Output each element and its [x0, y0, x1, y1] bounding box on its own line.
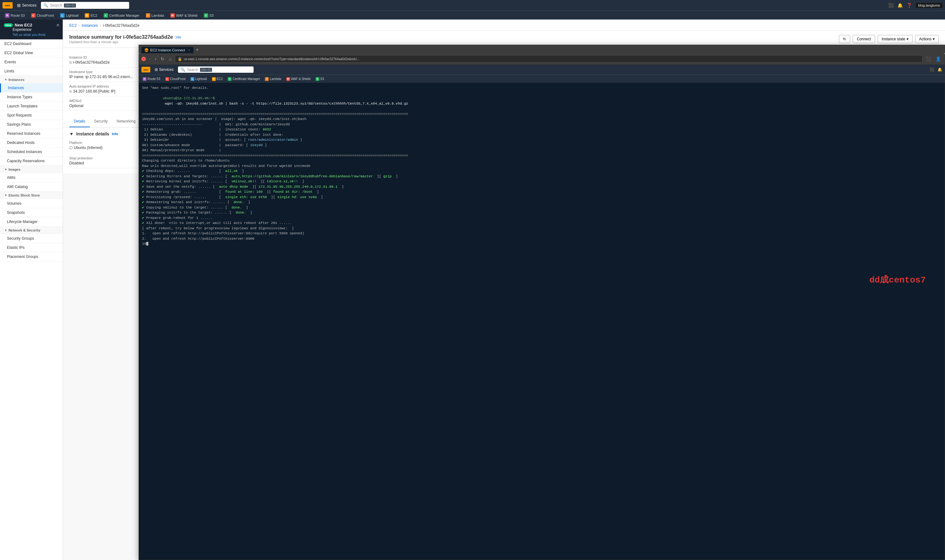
terminal-bm-cloudfront[interactable]: C CloudFront: [163, 77, 188, 81]
terminal-line-check6: ✔ Provisioning /preseed: ...... [ single…: [142, 195, 942, 200]
instance-info-link[interactable]: Info: [175, 35, 181, 39]
sidebar-item-ami-catalog[interactable]: AMI Catalog: [0, 182, 63, 191]
bookmark-route53[interactable]: R Route 53: [3, 12, 28, 18]
connect-button[interactable]: Connect: [853, 35, 875, 43]
terminal-search-bar[interactable]: 🔍 Search [Alt+S]: [178, 66, 254, 73]
actions-button[interactable]: Actions ▾: [915, 35, 939, 43]
terminal-home-icon[interactable]: ⌂: [168, 56, 172, 62]
sidebar-item-volumes[interactable]: Volumes: [0, 199, 63, 208]
details-info-link[interactable]: Info: [112, 132, 118, 136]
bell-icon[interactable]: 🔔: [897, 3, 903, 8]
terminal-window-close[interactable]: ×: [142, 57, 146, 61]
terminal-bm-waf[interactable]: W WAF & Shield: [285, 77, 312, 81]
terminal-waf-icon: W: [286, 77, 290, 81]
terminal-search-icon: 🔍: [180, 68, 185, 72]
terminal-line-3: 3) Debian10r | account: [ root/administr…: [142, 137, 942, 143]
sidebar-item-events[interactable]: Events: [0, 58, 63, 67]
services-button[interactable]: ⊞ Services: [15, 2, 38, 9]
bookmark-lightsail[interactable]: L Lightsail: [58, 12, 81, 18]
feedback-link[interactable]: Tell us what you think: [12, 33, 46, 37]
tab-networking[interactable]: Networking: [112, 116, 140, 127]
tab-security[interactable]: Security: [90, 116, 112, 127]
close-sidebar-button[interactable]: ×: [56, 22, 60, 29]
refresh-button[interactable]: ↻: [839, 35, 850, 43]
bookmark-s3[interactable]: S S3: [201, 12, 216, 18]
content-area: EC2 › Instances › i-0fe5ac32764aa5d2e In…: [63, 20, 945, 560]
main-layout: New New EC2 Experience Tell us what you …: [0, 20, 945, 560]
breadcrumb-instances[interactable]: Instances: [82, 23, 98, 28]
breadcrumb-instance-id: i-0fe5ac32764aa5d2e: [103, 23, 140, 28]
sidebar-item-placement-groups[interactable]: Placement Groups: [0, 252, 63, 262]
terminal-screen-icon[interactable]: ⬛: [930, 68, 934, 72]
terminal-s3-icon: S: [316, 77, 319, 81]
sidebar-item-lifecycle-manager[interactable]: Lifecycle Manager: [0, 217, 63, 226]
certmgr-icon: C: [104, 13, 108, 18]
global-search-bar[interactable]: 🔍 Search [Alt+S]: [41, 2, 129, 9]
terminal-active-tab[interactable]: aws EC2 Instance Connect ×: [142, 47, 193, 53]
sidebar-header: New New EC2 Experience Tell us what you …: [0, 20, 63, 39]
terminal-forward-icon[interactable]: ›: [154, 56, 158, 62]
terminal-profile-icon[interactable]: 👤: [934, 56, 942, 62]
sidebar-item-instance-types[interactable]: Instance Types: [0, 92, 63, 102]
terminal-line-hash2: ########################################…: [142, 153, 942, 158]
terminal-bell-icon[interactable]: 🔔: [937, 68, 942, 72]
terminal-bm-route53[interactable]: R Route 53: [141, 77, 162, 81]
search-icon: 🔍: [43, 3, 48, 8]
sidebar-item-elastic-ips[interactable]: Elastic IPs: [0, 243, 63, 252]
help-icon[interactable]: ❓: [907, 3, 912, 8]
copy-ip-icon[interactable]: ⧉: [69, 89, 72, 94]
bookmark-certmgr[interactable]: C Certificate Manager: [101, 12, 142, 18]
terminal-services-button[interactable]: ⊞ Services: [153, 67, 175, 72]
terminal-bm-ec2[interactable]: E EC2: [210, 77, 225, 81]
bookmark-waf[interactable]: W WAF & Shield: [168, 12, 200, 18]
terminal-line-raw: Raw urls detected,will override autotarg…: [142, 163, 942, 169]
terminal-bm-s3[interactable]: S S3: [314, 77, 326, 81]
terminal-back-icon[interactable]: ‹: [148, 56, 152, 62]
sidebar-item-instances[interactable]: Instances: [0, 83, 63, 92]
sidebar-item-reserved-instances[interactable]: Reserved Instances: [0, 129, 63, 138]
terminal-bm-certmgr[interactable]: C Certificate Manager: [226, 77, 262, 81]
terminal-extensions-icon[interactable]: ⬛: [925, 56, 933, 62]
terminal-close-tab[interactable]: ×: [188, 48, 190, 52]
sidebar-item-launch-templates[interactable]: Launch Templates: [0, 102, 63, 111]
bookmark-ec2[interactable]: E EC2: [82, 12, 100, 18]
sidebar-item-global-view[interactable]: EC2 Global View: [0, 49, 63, 58]
sidebar-item-snapshots[interactable]: Snapshots: [0, 208, 63, 217]
sidebar-item-savings-plans[interactable]: Savings Plans: [0, 120, 63, 129]
terminal-line-98: 98) Custom/advance mode | password: [ 1k…: [142, 143, 942, 148]
bookmark-cloudfront[interactable]: C CloudFront: [29, 12, 56, 18]
waf-icon: W: [171, 13, 175, 18]
sidebar-item-scheduled-instances[interactable]: Scheduled Instances: [0, 148, 63, 157]
sidebar-item-security-groups[interactable]: Security Groups: [0, 234, 63, 243]
chevron-down-icon: ▾: [907, 37, 908, 41]
nav-icons: ⬛ 🔔 ❓ blog.tanglume: [888, 3, 942, 8]
sidebar-section-ebs[interactable]: ▼ Elastic Block Store: [0, 191, 63, 199]
terminal-new-tab-button[interactable]: +: [194, 46, 201, 53]
sidebar-section-instances[interactable]: ▼ Instances: [0, 76, 63, 83]
sidebar-item-dashboard[interactable]: EC2 Dashboard: [0, 39, 63, 49]
sidebar-item-limits[interactable]: Limits: [0, 67, 63, 76]
images-arrow-icon: ▼: [5, 168, 7, 171]
screen-icon[interactable]: ⬛: [888, 3, 894, 8]
terminal-reload-icon[interactable]: ↻: [159, 56, 166, 62]
sidebar-item-amis[interactable]: AMIs: [0, 173, 63, 182]
terminal-bookmarks: R Route 53 C CloudFront L Lightsail E EC…: [139, 75, 945, 83]
terminal-line-check11: ✔ All done! ctlc to interrupt,or wait ti…: [142, 220, 942, 226]
sidebar-item-dedicated-hosts[interactable]: Dedicated Hosts: [0, 138, 63, 148]
sidebar-section-images[interactable]: ▼ Images: [0, 166, 63, 173]
terminal-inner-nav: aws ⊞ Services 🔍 Search [Alt+S] ⬛ 🔔: [139, 65, 945, 75]
terminal-browser-bar: × ‹ › ↻ ⌂ 🔒 us-east-1.console.aws.amazon…: [139, 53, 945, 65]
sidebar-item-spot-requests[interactable]: Spot Requests: [0, 111, 63, 120]
terminal-bm-lambda[interactable]: λ Lambda: [263, 77, 283, 81]
sidebar-section-network-security[interactable]: ▼ Network & Security: [0, 226, 63, 234]
instance-state-button[interactable]: Instance state ▾: [877, 35, 913, 43]
terminal-watermark: dd成centos7: [870, 274, 926, 287]
bookmark-lambda[interactable]: λ Lambda: [143, 12, 167, 18]
sidebar-item-capacity-reservations[interactable]: Capacity Reservations: [0, 157, 63, 166]
copy-id-icon[interactable]: ⧉: [69, 60, 72, 65]
terminal-url-bar[interactable]: 🔒 us-east-1.console.aws.amazon.com/ec2-i…: [175, 55, 923, 63]
terminal-route53-icon: R: [143, 77, 146, 81]
tab-details[interactable]: Details: [69, 116, 90, 127]
terminal-bm-lightsail[interactable]: L Lightsail: [189, 77, 209, 81]
breadcrumb-ec2[interactable]: EC2: [69, 23, 77, 28]
